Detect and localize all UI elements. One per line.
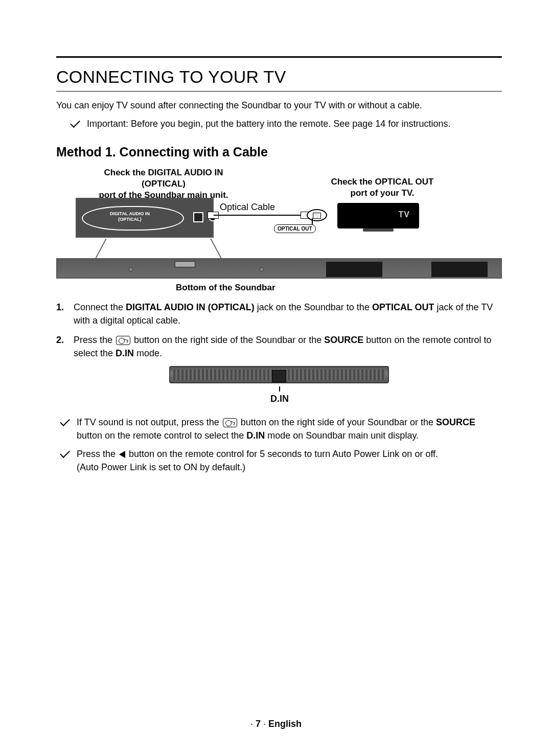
left-arrow-icon: [119, 451, 125, 458]
step1-bold-digital-audio-in: DIGITAL AUDIO IN (OPTICAL): [126, 302, 255, 312]
checkmark-icon: [71, 119, 81, 129]
soundbar-front-illustration-icon: [169, 366, 389, 383]
soundbar-bottom-caption: Bottom of the Soundbar: [176, 283, 275, 293]
note1-mid2: button on the remote control to select t…: [77, 430, 246, 441]
note-1: If TV sound is not output, press the but…: [56, 416, 502, 442]
tv-illustration-icon: TV: [337, 203, 419, 228]
source-button-icon: [116, 336, 130, 345]
step2-text-mid: button on the right side of the Soundbar…: [131, 335, 324, 345]
top-horizontal-rule: [56, 56, 502, 58]
screw-icon: [260, 267, 264, 271]
callout-digital-audio-in: Check the DIGITAL AUDIO IN (OPTICAL) por…: [84, 167, 243, 201]
note1-pre: If TV sound is not output, press the: [77, 417, 222, 427]
step2-text-post: mode.: [134, 348, 162, 358]
note2-text: Press the button on the remote control f…: [77, 447, 438, 474]
note2-mid: button on the remote control for 5 secon…: [126, 449, 438, 459]
source-button-icon: [223, 418, 237, 427]
important-note-text: Important: Before you begin, put the bat…: [87, 117, 450, 130]
optical-cable-line-icon: [214, 215, 307, 216]
soundbar-port-zoom-panel: DIGITAL AUDIO IN (OPTICAL): [76, 198, 214, 238]
step1-text-pre: Connect the: [74, 302, 126, 312]
din-pointer-icon: [279, 386, 280, 392]
checkmark-icon: [60, 418, 71, 428]
section-title: CONNECTING TO YOUR TV: [56, 67, 502, 87]
step-1: Connect the DIGITAL AUDIO IN (OPTICAL) j…: [56, 301, 502, 327]
note2-pre: Press the: [77, 449, 118, 459]
tv-stand-icon: [363, 228, 394, 232]
tv-optical-port-highlight-icon: [307, 209, 327, 221]
port-panel-icon: [175, 261, 195, 267]
note2-subtext: (Auto Power Link is set to ON by default…: [77, 462, 245, 472]
optical-cable-label: Optical Cable: [220, 202, 275, 213]
page-footer: · 7 · English: [0, 719, 552, 729]
optical-out-port-label: OPTICAL OUT: [274, 224, 316, 233]
note1-text: If TV sound is not output, press the but…: [77, 416, 502, 442]
soundbar-bottom-illustration: [56, 258, 502, 279]
method-heading: Method 1. Connecting with a Cable: [56, 145, 502, 159]
digital-in-line2: (OPTICAL): [118, 217, 142, 222]
footer-page-number: 7: [256, 719, 261, 729]
note1-bold-din: D.IN: [246, 430, 265, 441]
step2-bold-source: SOURCE: [324, 335, 363, 345]
important-note-row: Important: Before you begin, put the bat…: [56, 117, 502, 130]
note1-bold-source: SOURCE: [436, 417, 475, 427]
digital-audio-in-port-label: DIGITAL AUDIO IN (OPTICAL): [103, 211, 156, 222]
connection-diagram: Check the DIGITAL AUDIO IN (OPTICAL) por…: [56, 167, 502, 289]
step-2: Press the button on the right side of th…: [56, 333, 502, 360]
step2-text-pre: Press the: [74, 335, 115, 345]
callout-right-line1: Check the OPTICAL OUT: [331, 177, 434, 187]
intro-text: You can enjoy TV sound after connecting …: [56, 99, 502, 112]
footer-dot-left: ·: [250, 719, 256, 729]
din-display-label: D.IN: [270, 394, 289, 404]
title-underline-rule: [56, 91, 502, 91]
footer-dot-right: ·: [261, 719, 268, 729]
tv-label-text: TV: [399, 210, 410, 219]
note1-mid: button on the right side of your Soundba…: [238, 417, 436, 427]
speaker-grille-icon: [431, 262, 488, 277]
step2-bold-din: D.IN: [116, 348, 134, 358]
notes-list: If TV sound is not output, press the but…: [56, 416, 502, 474]
instruction-steps-list: Connect the DIGITAL AUDIO IN (OPTICAL) j…: [56, 301, 502, 360]
step1-text-mid: jack on the Soundbar to the: [255, 302, 372, 312]
port-jack-icon: [193, 212, 203, 222]
screw-icon: [129, 267, 133, 271]
callout-right-line2: port of your TV.: [351, 188, 415, 198]
din-mode-diagram: D.IN: [169, 366, 389, 404]
callout-optical-out: Check the OPTICAL OUT port of your TV.: [322, 176, 443, 199]
footer-language: English: [268, 719, 302, 729]
note-2: Press the button on the remote control f…: [56, 447, 502, 474]
step1-bold-optical-out: OPTICAL OUT: [372, 302, 434, 312]
digital-in-line1: DIGITAL AUDIO IN: [110, 211, 150, 216]
checkmark-icon: [60, 449, 71, 460]
speaker-grille-icon: [326, 262, 382, 277]
note1-post: mode on Soundbar main unit display.: [265, 430, 419, 441]
callout-left-line1: Check the DIGITAL AUDIO IN (OPTICAL): [104, 168, 223, 189]
